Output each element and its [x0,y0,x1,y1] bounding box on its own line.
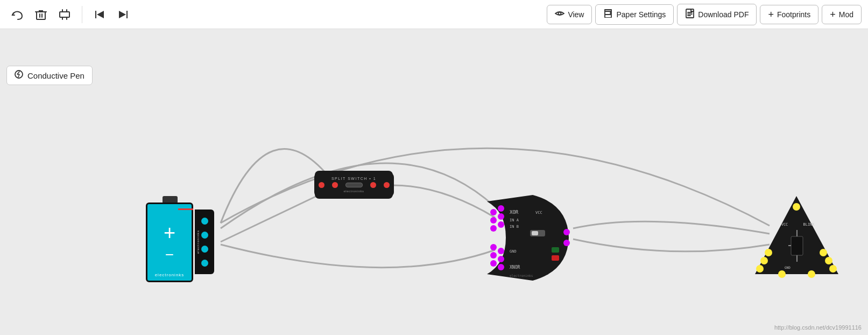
battery-component: + − electroninks electroninks [145,196,194,285]
watermark-text: http://blog.csdn.net/dcv19991116 [774,324,862,331]
svg-marker-4 [126,11,128,18]
svg-point-12 [498,205,504,212]
toolbar: View Paper Settings Downloa [0,0,868,29]
svg-point-22 [498,264,504,270]
component-label-text: Conductive Pen [27,71,84,80]
svg-point-21 [490,260,497,267]
connector-dot-3 [201,246,208,253]
triangle-component: VCC BLINK GND electroninks [752,193,838,277]
undo-button[interactable] [6,4,28,25]
mod-label: Mod [839,10,853,19]
view-button[interactable]: View [547,5,592,24]
split-switch-label: SPLIT SWITCH ▪️ 1 [331,177,376,180]
svg-point-44 [808,270,815,278]
plus-icon-mod: + [830,10,836,19]
footprints-button[interactable]: + Footprints [760,5,818,24]
eye-icon [555,10,564,19]
svg-rect-33 [552,247,559,253]
svg-point-18 [498,248,504,254]
split-switch-component: SPLIT SWITCH ▪️ 1 electroninks [315,171,393,199]
svg-point-15 [490,225,497,232]
svg-rect-0 [37,12,45,19]
svg-text:XOR: XOR [510,210,519,215]
plus-icon-footprints: + [768,10,774,19]
svg-point-11 [490,209,497,215]
download-pdf-button[interactable]: Download PDF [677,4,757,25]
svg-text:GND: GND [785,266,791,269]
svg-marker-2 [95,11,96,18]
lightning-icon [15,69,23,81]
skip-forward-button[interactable] [112,4,134,25]
svg-point-16 [498,221,504,228]
svg-point-39 [820,249,827,256]
switch-dot-right-2 [384,182,390,188]
footprints-label: Footprints [777,10,810,19]
svg-point-37 [760,257,768,264]
svg-point-19 [490,252,497,259]
svg-rect-1 [60,12,69,17]
svg-point-14 [498,213,504,220]
svg-marker-3 [97,11,104,18]
svg-marker-5 [119,11,126,18]
svg-text:GND: GND [510,249,517,254]
svg-point-38 [756,265,764,273]
svg-point-41 [829,265,837,273]
connector-dot-1 [201,218,208,225]
paper-settings-button[interactable]: Paper Settings [595,4,674,25]
svg-point-8 [610,12,611,13]
delete-button[interactable] [30,4,52,25]
svg-point-23 [563,229,570,235]
switch-dot-left-1 [319,182,324,188]
connector-dot-2 [201,232,208,239]
svg-text:XNOR: XNOR [510,265,520,270]
printer-icon [603,9,613,20]
svg-text:IN B: IN B [510,225,519,229]
svg-rect-32 [532,231,538,235]
pdf-icon [685,9,695,20]
component-label: Conductive Pen [6,66,93,85]
canvas-area[interactable]: Conductive Pen + − [0,29,868,335]
svg-text:VCC: VCC [535,211,542,215]
svg-text:electroninks: electroninks [510,274,533,277]
skip-back-button[interactable] [89,4,110,25]
svg-point-24 [563,240,570,246]
xor-gate-component: XOR IN A IN B VCC GND XNOR electroninks [482,193,573,280]
split-switch-brand: electroninks [343,190,364,193]
frame-button[interactable] [54,4,75,25]
svg-point-17 [490,244,497,250]
switch-dot-left-2 [332,182,338,188]
svg-point-40 [825,257,832,264]
battery-brand: electroninks [155,273,185,277]
paper-settings-label: Paper Settings [616,10,666,19]
svg-text:IN A: IN A [510,218,519,222]
watermark: http://blog.csdn.net/dcv19991116 [774,324,862,331]
svg-point-36 [765,249,772,256]
svg-point-13 [490,217,497,224]
svg-rect-34 [552,255,559,261]
wires-svg [0,29,868,335]
svg-rect-9 [686,9,694,18]
svg-text:BLINK: BLINK [803,222,815,227]
svg-rect-45 [791,236,803,255]
svg-text:VCC: VCC [781,222,788,227]
svg-point-6 [559,12,561,15]
toolbar-right: View Paper Settings Downloa [547,4,862,25]
switch-dot-right-1 [370,182,376,188]
mod-button[interactable]: + Mod [822,5,862,24]
connector-dot-4 [201,260,208,267]
svg-point-42 [793,203,800,211]
svg-rect-7 [605,15,611,18]
svg-point-20 [498,256,504,262]
toolbar-divider [82,6,82,23]
svg-point-43 [778,270,786,278]
view-label: View [568,10,584,19]
toolbar-left [6,4,134,25]
switch-slider [345,183,363,187]
download-pdf-label: Download PDF [698,10,749,19]
